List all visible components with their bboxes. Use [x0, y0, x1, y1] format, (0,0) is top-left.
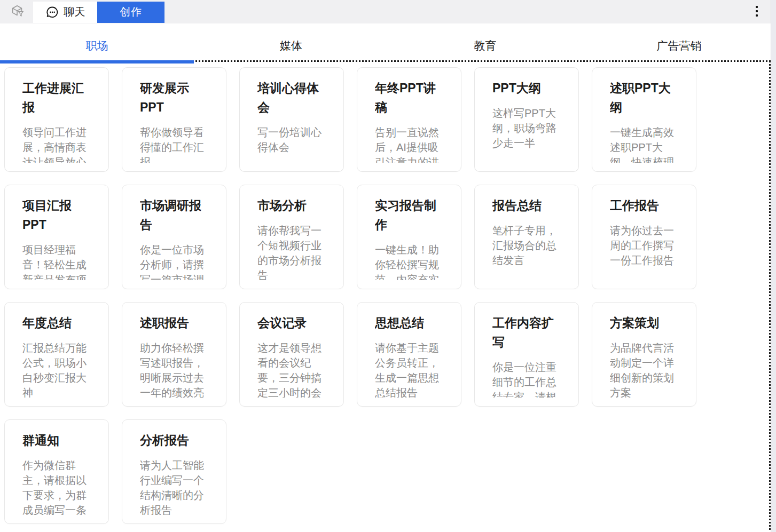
card-title: 思想总结 — [375, 313, 443, 332]
category-tab-label: 广告营销 — [656, 38, 701, 53]
cube-filter-icon[interactable] — [9, 3, 27, 20]
tab-chat[interactable]: 聊天 — [33, 2, 97, 23]
prompt-card[interactable]: 思想总结 请你基于主题公务员转正，生成一篇思想总结报告 — [357, 302, 461, 407]
prompt-card[interactable]: 述职报告 助力你轻松撰写述职报告，明晰展示过去一年的绩效亮点 — [122, 302, 226, 407]
prompt-card[interactable]: 市场调研报告 你是一位市场分析师，请撰写一篇市场调研报告 — [122, 185, 226, 289]
category-bar: 职场 媒体 教育 广告营销 — [0, 23, 776, 60]
cards-grid: 工作进展汇报 领导问工作进展，高情商表达让领导放心 研发展示PPT 帮你做领导看… — [0, 62, 769, 524]
chat-bubble-icon — [45, 5, 59, 19]
prompt-card[interactable]: 分析报告 请为人工智能行业编写一个结构清晰的分析报告 — [122, 419, 226, 524]
card-title: PPT大纲 — [492, 78, 561, 98]
card-description: 请你帮我写一个短视频行业的市场分析报告 — [257, 223, 326, 280]
card-title: 方案策划 — [610, 313, 678, 332]
prompt-card[interactable]: PPT大纲 这样写PPT大纲，职场弯路少走一半 — [474, 67, 579, 172]
card-description: 这才是领导想看的会议纪要，三分钟搞定三小时的会议 — [257, 340, 326, 398]
card-description: 汇报总结万能公式，职场小白秒变汇报大神 — [22, 340, 91, 398]
card-description: 你是一位注重细节的工作总结专家，请根据要求扩写 — [492, 360, 561, 398]
kebab-menu-icon[interactable] — [753, 5, 761, 18]
card-description: 告别一直说然后，AI提供吸引注意力的讲稿 — [375, 125, 443, 163]
prompt-card[interactable]: 年度总结 汇报总结万能公式，职场小白秒变汇报大神 — [4, 302, 109, 407]
card-title: 述职PPT大纲 — [610, 78, 678, 117]
card-description: 请你基于主题公务员转正，生成一篇思想总结报告 — [375, 340, 443, 398]
prompt-card[interactable]: 培训心得体会 写一份培训心得体会 — [239, 67, 344, 172]
card-description: 为品牌代言活动制定一个详细创新的策划方案 — [610, 340, 678, 398]
prompt-card[interactable]: 市场分析 请你帮我写一个短视频行业的市场分析报告 — [239, 185, 344, 289]
category-tab-1[interactable]: 媒体 — [194, 23, 388, 60]
card-title: 工作进展汇报 — [22, 78, 91, 117]
card-title: 分析报告 — [140, 431, 208, 450]
card-title: 年终PPT讲稿 — [375, 78, 443, 117]
prompt-card[interactable]: 会议记录 这才是领导想看的会议纪要，三分钟搞定三小时的会议 — [239, 302, 344, 407]
card-description: 请为人工智能行业编写一个结构清晰的分析报告 — [140, 458, 208, 515]
card-description: 帮你做领导看得懂的工作汇报 — [140, 125, 208, 163]
scrollbar-track[interactable] — [771, 0, 776, 532]
card-title: 实习报告制作 — [375, 196, 443, 234]
card-title: 工作报告 — [610, 196, 678, 215]
prompt-card[interactable]: 报告总结 笔杆子专用，汇报场合的总结发言 — [474, 185, 579, 289]
prompt-card[interactable]: 群通知 作为微信群主，请根据以下要求，为群成员编写一条群通知 — [4, 419, 109, 524]
card-title: 工作内容扩写 — [492, 313, 561, 352]
category-tab-3[interactable]: 广告营销 — [582, 23, 776, 60]
category-tab-label: 职场 — [86, 38, 108, 53]
prompt-card[interactable]: 工作内容扩写 你是一位注重细节的工作总结专家，请根据要求扩写 — [474, 302, 579, 407]
mode-tab-group: 聊天 创作 — [33, 2, 164, 23]
cards-area: 工作进展汇报 领导问工作进展，高情商表达让领导放心 研发展示PPT 帮你做领导看… — [0, 60, 771, 532]
tab-create[interactable]: 创作 — [97, 2, 164, 23]
card-description: 请为你过去一周的工作撰写一份工作报告 — [610, 223, 678, 268]
card-title: 年度总结 — [22, 313, 91, 332]
category-tab-0[interactable]: 职场 — [0, 23, 194, 60]
prompt-card[interactable]: 述职PPT大纲 一键生成高效述职PPT大纲，快速梳理重点 — [592, 67, 696, 172]
card-title: 市场调研报告 — [140, 196, 208, 234]
prompt-card[interactable]: 实习报告制作 一键生成！助你轻松撰写规范、内容充实的实习报告 — [357, 185, 461, 289]
card-title: 市场分析 — [257, 196, 326, 215]
card-description: 项目经理福音！轻松生成新产品发布项目汇报 — [22, 242, 91, 280]
card-title: 述职报告 — [140, 313, 208, 332]
card-title: 报告总结 — [492, 196, 561, 215]
card-title: 群通知 — [22, 431, 91, 450]
card-description: 助力你轻松撰写述职报告，明晰展示过去一年的绩效亮点 — [140, 340, 208, 398]
card-description: 笔杆子专用，汇报场合的总结发言 — [492, 223, 561, 268]
card-title: 项目汇报PPT — [22, 196, 91, 234]
prompt-card[interactable]: 项目汇报PPT 项目经理福音！轻松生成新产品发布项目汇报 — [4, 185, 109, 289]
card-description: 领导问工作进展，高情商表达让领导放心 — [22, 125, 91, 163]
category-tab-label: 教育 — [474, 38, 496, 53]
category-tab-2[interactable]: 教育 — [388, 23, 582, 60]
topbar: 聊天 创作 — [0, 0, 776, 23]
card-description: 作为微信群主，请根据以下要求，为群成员编写一条群通知 — [22, 458, 91, 515]
cube-filter-glyph — [10, 4, 26, 19]
tab-create-label: 创作 — [120, 5, 142, 19]
tab-chat-label: 聊天 — [64, 5, 85, 19]
category-tab-label: 媒体 — [280, 38, 302, 53]
prompt-card[interactable]: 工作报告 请为你过去一周的工作撰写一份工作报告 — [592, 185, 696, 289]
card-description: 写一份培训心得体会 — [257, 125, 326, 155]
card-description: 你是一位市场分析师，请撰写一篇市场调研报告 — [140, 242, 208, 280]
card-title: 会议记录 — [257, 313, 326, 332]
card-title: 研发展示PPT — [140, 78, 208, 117]
card-description: 这样写PPT大纲，职场弯路少走一半 — [492, 106, 561, 150]
card-description: 一键生成！助你轻松撰写规范、内容充实的实习报告 — [375, 242, 443, 280]
app-window: 聊天 创作 职场 媒体 教育 广告营销 工作进展汇报 领导问工作进展，高情商表达… — [0, 0, 776, 532]
prompt-card[interactable]: 方案策划 为品牌代言活动制定一个详细创新的策划方案 — [592, 302, 696, 407]
card-title: 培训心得体会 — [257, 78, 326, 117]
prompt-card[interactable]: 研发展示PPT 帮你做领导看得懂的工作汇报 — [122, 67, 226, 172]
prompt-card[interactable]: 工作进展汇报 领导问工作进展，高情商表达让领导放心 — [4, 67, 109, 172]
card-description: 一键生成高效述职PPT大纲，快速梳理重点 — [610, 125, 678, 163]
prompt-card[interactable]: 年终PPT讲稿 告别一直说然后，AI提供吸引注意力的讲稿 — [357, 67, 461, 172]
